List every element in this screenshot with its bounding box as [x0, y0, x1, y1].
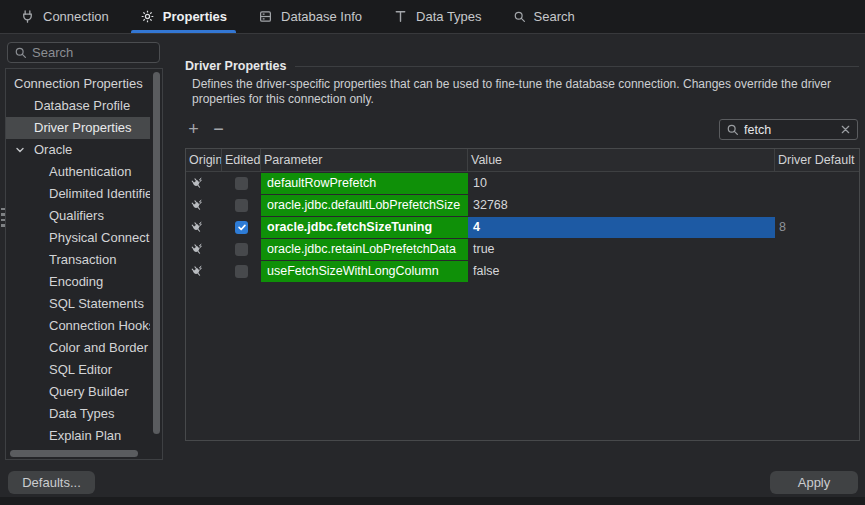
- sidebar-item-label: Encoding: [49, 271, 103, 293]
- tab-label: Data Types: [416, 9, 482, 24]
- parameter-cell[interactable]: oracle.jdbc.defaultLobPrefetchSize: [261, 194, 468, 216]
- parameter-value: 4: [468, 217, 775, 238]
- chevron-down-icon[interactable]: [15, 145, 25, 155]
- tree-vertical-scrollbar[interactable]: [153, 72, 160, 434]
- plug-icon: [20, 9, 35, 24]
- sidebar-item-label: Delimited Identifiers: [49, 183, 150, 205]
- parameter-cell[interactable]: oracle.jdbc.fetchSizeTuning: [261, 216, 468, 238]
- parameter-value: 32768: [468, 198, 508, 212]
- origin-cell: [186, 216, 222, 238]
- column-header-parameter[interactable]: Parameter: [261, 149, 468, 171]
- gear-icon: [140, 9, 155, 24]
- sidebar-item-data-types[interactable]: Data Types: [6, 403, 150, 425]
- column-header-edited[interactable]: Edited: [222, 149, 261, 171]
- driver-default-cell: 8: [775, 216, 859, 238]
- page-title: Driver Properties: [185, 59, 286, 73]
- sidebar-item-delimited-identifiers[interactable]: Delimited Identifiers: [6, 183, 150, 205]
- sidebar-item-explain-plan[interactable]: Explain Plan: [6, 425, 150, 447]
- window-bottom-edge: [0, 497, 865, 505]
- table-row[interactable]: oracle.jdbc.retainLobPrefetchDatatrue: [186, 238, 859, 260]
- sidebar-item-driver-properties[interactable]: Driver Properties: [6, 117, 150, 139]
- tab-data-types[interactable]: Data Types: [391, 0, 484, 33]
- driver-default-cell: [775, 194, 859, 216]
- value-cell[interactable]: 10: [468, 172, 775, 194]
- tab-connection[interactable]: Connection: [18, 0, 111, 33]
- sidebar-item-sql-editor[interactable]: SQL Editor: [6, 359, 150, 381]
- edited-cell: [222, 194, 261, 216]
- column-header-driver-default[interactable]: Driver Default: [775, 149, 859, 171]
- plug-spark-icon: [190, 243, 203, 256]
- search-icon: [14, 46, 27, 59]
- sidebar-item-sql-statements[interactable]: SQL Statements: [6, 293, 150, 315]
- sidebar-item-label: SQL Statements: [49, 293, 144, 315]
- tab-database-info[interactable]: Database Info: [256, 0, 364, 33]
- search-icon: [726, 123, 739, 136]
- parameter-cell[interactable]: defaultRowPrefetch: [261, 172, 468, 194]
- parameter-name: useFetchSizeWithLongColumn: [261, 261, 468, 282]
- filter-input[interactable]: [744, 123, 835, 137]
- edited-checkbox[interactable]: [235, 199, 248, 212]
- driver-default-cell: [775, 260, 859, 282]
- value-cell[interactable]: true: [468, 238, 775, 260]
- remove-property-button[interactable]: −: [211, 119, 226, 139]
- sidebar-item-color-and-border[interactable]: Color and Border: [6, 337, 150, 359]
- sidebar-item-transaction[interactable]: Transaction: [6, 249, 150, 271]
- sidebar-item-label: Oracle: [34, 139, 72, 161]
- sidebar-item-oracle[interactable]: Oracle: [6, 139, 150, 161]
- parameter-name: oracle.jdbc.fetchSizeTuning: [261, 217, 468, 238]
- apply-button[interactable]: Apply: [770, 471, 858, 494]
- defaults-button[interactable]: Defaults...: [8, 471, 95, 494]
- sidebar-item-authentication[interactable]: Authentication: [6, 161, 150, 183]
- sidebar-item-connection-properties[interactable]: Connection Properties: [6, 73, 150, 95]
- parameter-value: false: [468, 264, 499, 278]
- sidebar-item-label: Color and Border: [49, 337, 148, 359]
- driver-default-cell: [775, 172, 859, 194]
- edited-cell: [222, 216, 261, 238]
- origin-cell: [186, 260, 222, 282]
- edited-cell: [222, 260, 261, 282]
- origin-cell: [186, 194, 222, 216]
- edited-cell: [222, 172, 261, 194]
- plug-spark-icon: [190, 199, 203, 212]
- section-description: Defines the driver-specific properties t…: [192, 77, 842, 106]
- sidebar-search-input[interactable]: [32, 45, 153, 60]
- edited-checkbox[interactable]: [235, 265, 248, 278]
- parameter-cell[interactable]: useFetchSizeWithLongColumn: [261, 260, 468, 282]
- value-cell[interactable]: 4: [468, 216, 775, 238]
- sidebar-item-label: Transaction: [49, 249, 116, 271]
- sidebar-item-encoding[interactable]: Encoding: [6, 271, 150, 293]
- plug-spark-icon: [190, 177, 203, 190]
- close-icon[interactable]: [840, 124, 851, 135]
- sidebar-search: [7, 42, 160, 63]
- value-cell[interactable]: false: [468, 260, 775, 282]
- column-header-origin[interactable]: Origin: [186, 149, 222, 171]
- tab-label: Database Info: [281, 9, 362, 24]
- table-row[interactable]: oracle.jdbc.defaultLobPrefetchSize32768: [186, 194, 859, 216]
- add-property-button[interactable]: +: [186, 119, 201, 139]
- sidebar-item-qualifiers[interactable]: Qualifiers: [6, 205, 150, 227]
- sidebar-item-label: Driver Properties: [34, 117, 132, 139]
- table-row[interactable]: useFetchSizeWithLongColumnfalse: [186, 260, 859, 282]
- table-row[interactable]: oracle.jdbc.fetchSizeTuning48: [186, 216, 859, 238]
- value-cell[interactable]: 32768: [468, 194, 775, 216]
- sidebar-item-label: Physical Connection: [49, 227, 150, 249]
- tab-properties[interactable]: Properties: [138, 0, 229, 33]
- sidebar-item-query-builder[interactable]: Query Builder: [6, 381, 150, 403]
- edited-checkbox[interactable]: [235, 177, 248, 190]
- parameter-cell[interactable]: oracle.jdbc.retainLobPrefetchData: [261, 238, 468, 260]
- sidebar-item-label: Connection Hooks: [49, 315, 150, 337]
- table-row[interactable]: defaultRowPrefetch10: [186, 172, 859, 194]
- column-header-value[interactable]: Value: [468, 149, 775, 171]
- sidebar-item-database-profile[interactable]: Database Profile: [6, 95, 150, 117]
- sidebar-item-label: Explain Plan: [49, 425, 121, 447]
- edited-checkbox[interactable]: [235, 221, 248, 234]
- section-header: Driver Properties: [185, 59, 859, 73]
- sidebar-item-physical-connection[interactable]: Physical Connection: [6, 227, 150, 249]
- tree-horizontal-scrollbar[interactable]: [10, 450, 150, 457]
- tab-label: Search: [534, 9, 575, 24]
- tab-search[interactable]: Search: [511, 0, 577, 33]
- plug-spark-icon: [190, 221, 203, 234]
- table-toolbar: + −: [186, 119, 226, 139]
- edited-checkbox[interactable]: [235, 243, 248, 256]
- sidebar-item-connection-hooks[interactable]: Connection Hooks: [6, 315, 150, 337]
